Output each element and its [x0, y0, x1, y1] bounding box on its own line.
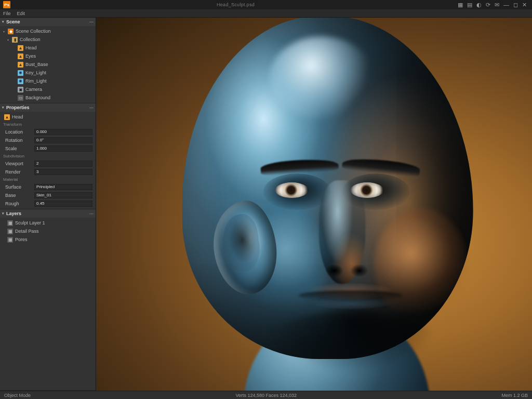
- mesh-icon: ▲: [18, 45, 23, 51]
- left-sidebar: ▾ Scene ⋯ ▾◆Scene Collection ▾▮Collectio…: [0, 18, 96, 391]
- app-window: Ps Head_Sculpt.psd ▦ ▤ ◐ ⟳ ✉ — ◻ ✕ File …: [0, 0, 532, 399]
- menu-edit[interactable]: Edit: [17, 11, 25, 16]
- window-minimize-icon[interactable]: —: [503, 2, 509, 8]
- light-icon: ✺: [18, 70, 23, 76]
- prop-label: Rough: [5, 201, 32, 206]
- layer-item-label: Pores: [15, 237, 28, 242]
- chevron-down-icon: ▾: [2, 20, 4, 24]
- outliner-item[interactable]: ✺Key_Light: [0, 69, 96, 77]
- prop-group-label: Transform: [0, 121, 96, 128]
- camera-icon: ▣: [18, 87, 23, 92]
- bell-icon[interactable]: ✉: [495, 2, 499, 8]
- outliner-item-label: Background: [25, 95, 50, 100]
- prop-value-field[interactable]: 2: [34, 161, 92, 167]
- mesh-icon: ▲: [4, 114, 10, 120]
- outliner-item-label: Camera: [25, 87, 42, 92]
- light-icon: ✺: [18, 78, 23, 84]
- chevron-down-icon: ▾: [2, 105, 4, 110]
- layer-item-label: Sculpt Layer 1: [15, 220, 45, 225]
- status-bar: Object Mode Verts 124,580 Faces 124,032 …: [0, 391, 532, 399]
- prop-label: Surface: [5, 184, 32, 190]
- outliner-body: ▾◆Scene Collection ▾▮Collection ▲Head ▲E…: [0, 26, 96, 103]
- titlebar-right-cluster: ▦ ▤ ◐ ⟳ ✉ — ◻ ✕: [458, 2, 532, 8]
- prop-value-field[interactable]: 0.000: [34, 129, 92, 135]
- mesh-icon: ▲: [18, 62, 23, 68]
- prop-row: Scale1.000: [0, 144, 96, 153]
- prop-value-field[interactable]: 3: [34, 169, 92, 175]
- panel-menu-icon[interactable]: ⋯: [89, 20, 94, 24]
- outliner-item-label: Bust_Base: [25, 62, 48, 67]
- layer-item[interactable]: ▦Pores: [0, 235, 96, 244]
- prop-row: Rough0.45: [0, 200, 96, 208]
- rendered-head-sculpt: [135, 18, 509, 391]
- window-close-icon[interactable]: ✕: [522, 2, 527, 8]
- prop-label: Base: [5, 193, 32, 198]
- layer-item[interactable]: ▦Sculpt Layer 1: [0, 219, 96, 227]
- outliner-item[interactable]: ▣Camera: [0, 85, 96, 94]
- prop-group-label: Subdivision: [0, 153, 96, 159]
- prop-label: Render: [5, 169, 32, 175]
- active-object-label: Head: [12, 114, 23, 119]
- layer-icon: ▦: [7, 237, 13, 243]
- panel-menu-icon[interactable]: ⋯: [89, 211, 94, 216]
- active-object-row: ▲ Head: [0, 113, 96, 121]
- outliner-item[interactable]: ▲Head: [0, 44, 96, 52]
- outliner-item[interactable]: ▲Bust_Base: [0, 60, 96, 69]
- prop-value-field[interactable]: 0.45: [34, 201, 92, 207]
- layers-panel: ▾ Layers ⋯ ▦Sculpt Layer 1 ▦Detail Pass …: [0, 209, 96, 391]
- outliner-item[interactable]: ▾◆Scene Collection: [0, 27, 96, 35]
- prop-row: Location0.000: [0, 128, 96, 136]
- properties-title: Properties: [6, 105, 30, 110]
- prop-value-field[interactable]: Skin_01: [34, 192, 92, 198]
- prop-row: Render3: [0, 168, 96, 176]
- scene-icon: ◆: [8, 29, 14, 34]
- layer-icon: ▦: [7, 220, 13, 226]
- layer-item[interactable]: ▦Detail Pass: [0, 227, 96, 235]
- menu-bar: File Edit: [0, 9, 532, 18]
- chevron-down-icon: ▾: [3, 30, 5, 33]
- app-badge-icon: Ps: [3, 1, 10, 8]
- outliner-item-label: Eyes: [25, 54, 36, 59]
- outliner-header[interactable]: ▾ Scene ⋯: [0, 18, 96, 26]
- title-bar: Ps Head_Sculpt.psd ▦ ▤ ◐ ⟳ ✉ — ◻ ✕: [0, 0, 532, 9]
- status-memory: Mem 1.2 GB: [502, 393, 528, 398]
- main-area: ▾ Scene ⋯ ▾◆Scene Collection ▾▮Collectio…: [0, 18, 532, 391]
- prop-value-field[interactable]: 1.000: [34, 145, 92, 152]
- prop-label: Scale: [5, 146, 32, 151]
- grid-icon[interactable]: ▤: [467, 2, 472, 8]
- properties-panel: ▾ Properties ⋯ ▲ Head Transform Location…: [0, 103, 96, 209]
- properties-header[interactable]: ▾ Properties ⋯: [0, 103, 96, 112]
- prop-group-label: Material: [0, 176, 96, 183]
- mesh-icon: ▲: [18, 54, 23, 59]
- folder-icon: ▮: [12, 37, 18, 43]
- layout-icon[interactable]: ▦: [458, 2, 463, 8]
- prop-label: Rotation: [5, 138, 32, 143]
- prop-row: BaseSkin_01: [0, 191, 96, 200]
- prop-label: Location: [5, 129, 32, 135]
- status-stats: Verts 124,580 Faces 124,032: [235, 393, 297, 398]
- panel-menu-icon[interactable]: ⋯: [89, 105, 94, 110]
- chevron-down-icon: ▾: [7, 38, 9, 42]
- outliner-item-label: Head: [25, 45, 37, 50]
- layers-body: ▦Sculpt Layer 1 ▦Detail Pass ▦Pores: [0, 218, 96, 245]
- 3d-viewport[interactable]: [96, 18, 532, 391]
- outliner-item[interactable]: ✺Rim_Light: [0, 77, 96, 85]
- globe-icon[interactable]: ◐: [476, 2, 482, 8]
- outliner-title: Scene: [6, 19, 20, 24]
- prop-value-field[interactable]: 0.0°: [34, 137, 92, 143]
- layer-icon: ▦: [7, 229, 13, 234]
- prop-row: Rotation0.0°: [0, 136, 96, 144]
- prop-row: SurfacePrincipled: [0, 183, 96, 191]
- chevron-down-icon: ▾: [2, 211, 4, 216]
- sync-icon[interactable]: ⟳: [486, 2, 490, 8]
- menu-file[interactable]: File: [3, 11, 11, 16]
- outliner-item-label: Collection: [20, 37, 41, 42]
- outliner-item[interactable]: ▲Eyes: [0, 52, 96, 60]
- window-maximize-icon[interactable]: ◻: [513, 2, 518, 8]
- prop-value-field[interactable]: Principled: [34, 184, 92, 190]
- outliner-item[interactable]: ▭Background: [0, 94, 96, 102]
- document-title: Head_Sculpt.psd: [14, 2, 458, 7]
- outliner-item[interactable]: ▾▮Collection: [0, 35, 96, 44]
- layers-title: Layers: [6, 211, 21, 216]
- layers-header[interactable]: ▾ Layers ⋯: [0, 209, 96, 218]
